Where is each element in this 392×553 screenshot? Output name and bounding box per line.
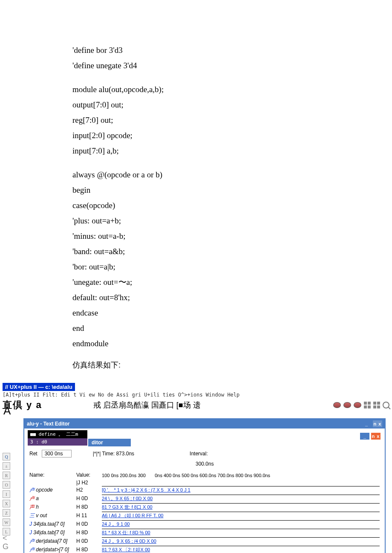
signal-row[interactable]: 卢 opcodeH2[0 '、 * 1 y 3 : |4 2 X 6 : (7 … (24, 486, 385, 494)
waveform[interactable]: 81 ? 63 X 〔2: f 叩X 00 (102, 546, 380, 553)
signal-value: H 0D (76, 538, 102, 544)
grid-icon[interactable] (364, 402, 371, 408)
signal-value: H 8D (76, 547, 102, 553)
code-line: input[2:0] opcode; (72, 128, 392, 143)
signal-value: H 11 (76, 512, 102, 518)
time-ticks-left: 100 0ns 200.0ns 300 (102, 473, 146, 478)
tool-icon[interactable]: X (3, 500, 10, 507)
code-line: 'bor: out=a|b; (72, 259, 392, 275)
code-line: begin (72, 182, 392, 198)
signal-value: H 0D (76, 521, 102, 527)
signal-name: J 34|da.tab[7 0] (29, 530, 76, 536)
interval-value: 300.0ns (196, 461, 214, 467)
left-tool-palette: Q ± R O I X Z W L (3, 453, 10, 536)
d0-bar: 3 : d0 (28, 438, 87, 446)
code-line: always @(opcode or a or b) (72, 167, 392, 182)
signal-row[interactable]: J 34|da.tab[7 0]H 8D81 * 63 X 任: f 8D % … (24, 528, 385, 537)
signal-name: 卢 der|dataa[7 0] (29, 538, 76, 545)
signal-row[interactable]: 卢 der|datat>[7 0]H 8D81 ? 63 X 〔2: f 叩X … (24, 545, 385, 553)
waveform[interactable]: 24 \ 。9 X 65 ; f 0D X 00 (102, 495, 380, 502)
code-line: module alu(out,opcode,a,b); (72, 82, 392, 97)
tool-icon[interactable]: I (3, 490, 10, 498)
code-line: output[7:0] out; (72, 97, 392, 113)
window-title: alu-y - Text Editor (27, 421, 69, 427)
simulation-result-label: 仿真结果如下: (0, 351, 392, 383)
waveform[interactable]: [0 '、 * 1 y 3 : |4 2 X 6 : (7 X 5 _X 4 X… (102, 486, 380, 494)
waveform[interactable]: 24 J 。9 X 65 ; /4 0D X 00 (102, 537, 380, 545)
waveform[interactable]: 81 * 63 X 任: f 8D % 00 (102, 529, 380, 536)
value-column-header: Value: (76, 472, 102, 478)
signal-row[interactable]: 卢 aH 0D24 \ 。9 X 65 ; f 0D X 00 (24, 494, 385, 503)
signal-row[interactable]: 声 hH 8D81 ? G3 X 世: f 8口 X 00 (24, 503, 385, 511)
signal-value: H 0D (76, 495, 102, 501)
big-a-glyph: A (3, 404, 11, 417)
time-label: |*|*| Time: 873.0ns (93, 451, 134, 457)
signal-name: 卢 opcode (29, 486, 76, 494)
code-line: case(opcode) (72, 198, 392, 213)
tool-icon[interactable]: Q (3, 453, 10, 460)
waveform[interactable]: 24 J 。9 1 00 (102, 520, 380, 528)
code-line: default: out=8'hx; (72, 290, 392, 305)
code-line: end (72, 321, 392, 336)
code-line: endmodule (72, 336, 392, 351)
code-line: reg[7:0] out; (72, 113, 392, 128)
window-button[interactable]: n x (373, 420, 382, 427)
time-ticks-right: 0ns 400 0ns 500 0ns 600.0ns 700.0ns 800 … (155, 473, 270, 478)
eye-icon[interactable] (354, 402, 361, 408)
ref-label: Ret (29, 451, 37, 457)
signal-row[interactable]: J 34|da.taa[7 0]H 0D24 J 。9 1 00 (24, 520, 385, 528)
interval-label: Interval: (190, 451, 208, 457)
editor-tab[interactable]: ditor (88, 439, 131, 446)
code-line: 'minus: out=a-b; (72, 229, 392, 244)
left-margin-glyphs: <G (3, 534, 9, 551)
tool-icon[interactable]: R (3, 472, 10, 479)
grid-icon[interactable] (373, 402, 380, 408)
window-title-bar[interactable]: alu-y - Text Editor _ n x (24, 419, 385, 429)
waveform[interactable]: 81 ? G3 X 世: f 8口 X 00 (102, 503, 380, 511)
signal-value: H 8D (76, 530, 102, 536)
name-column-header: Name: (29, 472, 76, 478)
tool-icon[interactable]: W (3, 518, 10, 526)
code-line: endcase (72, 305, 392, 321)
ref-time-input[interactable]: 300 0ns (42, 450, 72, 457)
tool-icon[interactable]: O (3, 481, 10, 489)
signal-row[interactable]: 卢 der|dataa[7 0]H 0D24 J 。9 X 65 ; /4 0D… (24, 537, 385, 545)
tool-icon[interactable]: ± (3, 462, 10, 470)
signal-name: 卢 a (29, 495, 76, 502)
minimize-button[interactable]: _ (362, 420, 371, 427)
minimize-button[interactable]: _ (360, 433, 369, 440)
toolbar: 直倶 y a 戒 启丞扇岛酷瀛 国矗口 [■场 遗 (0, 399, 392, 413)
code-line: 'plus: out=a+b; (72, 213, 392, 229)
tool-icon[interactable]: Z (3, 509, 10, 517)
signal-name: 三 v out (29, 512, 76, 519)
define-bar: ■■ define 。 二二m (28, 430, 87, 438)
signal-value: H 8D (76, 504, 102, 510)
signal-name: J 34|da.taa[7 0] (29, 521, 76, 527)
signal-row[interactable]: 三 v outH 11A6 | A6 J （叩 I 00 R FF T. 00 (24, 511, 385, 520)
signal-value: H2 (76, 487, 102, 493)
close-button[interactable]: n x (371, 433, 380, 440)
toolbar-glyphs-mid: 戒 启丞扇岛酷瀛 国矗口 [■场 遗 (93, 400, 201, 410)
code-line: 'unegate: out=〜a; (72, 275, 392, 290)
sub-value: |J H2 (76, 480, 102, 486)
magnifier-icon[interactable] (383, 402, 389, 408)
app-title-bar: // UX+plus II — c: \eda\alu (3, 383, 75, 391)
signal-name: 卢 der|datat>[7 0] (29, 546, 76, 553)
code-line: 'define unegate 3'd4 (72, 58, 392, 73)
waveform[interactable]: A6 | A6 J （叩 I 00 R FF T. 00 (102, 512, 380, 519)
code-line: 'define bor 3'd3 (72, 43, 392, 58)
signal-name: 声 h (29, 504, 76, 511)
verilog-code-block: 'define bor 3'd3 'define unegate 3'd4 mo… (0, 0, 392, 351)
eye-icon[interactable] (333, 402, 341, 408)
code-line: 'band: out=a&b; (72, 244, 392, 259)
eye-icon[interactable] (343, 402, 351, 408)
code-line: input[7:0] a,b; (72, 143, 392, 159)
waveform-window: alu-y - Text Editor _ n x _ n x ■■ defin… (23, 418, 386, 553)
menu-bar[interactable]: [A]t+plus II Filt: Edi t Vi ew No de Ass… (0, 391, 392, 399)
